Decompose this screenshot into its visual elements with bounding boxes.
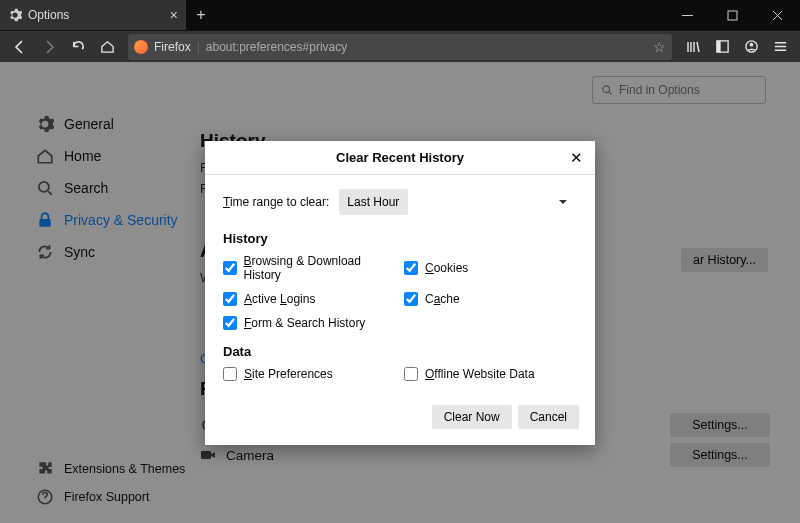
bookmark-star-icon[interactable]: ☆ (653, 39, 666, 55)
modal-overlay: Clear Recent History ✕ Time range to cle… (0, 62, 800, 523)
clear-history-dialog: Clear Recent History ✕ Time range to cle… (205, 141, 595, 445)
cancel-button[interactable]: Cancel (518, 405, 579, 429)
ck-cookies[interactable]: Cookies (404, 254, 577, 282)
url-identity: Firefox (154, 40, 191, 54)
url-text: about:preferences#privacy (206, 40, 347, 54)
close-window-button[interactable] (755, 0, 800, 30)
time-range-select[interactable]: Last Hour (339, 189, 408, 215)
svg-rect-1 (728, 11, 737, 20)
titlebar: Options × + (0, 0, 800, 30)
library-button[interactable] (679, 33, 707, 61)
back-button[interactable] (6, 33, 34, 61)
svg-rect-3 (716, 41, 720, 52)
close-icon[interactable]: × (170, 7, 178, 23)
minimize-button[interactable] (665, 0, 710, 30)
dialog-close-button[interactable]: ✕ (567, 149, 585, 167)
account-button[interactable] (737, 33, 765, 61)
clear-now-button[interactable]: Clear Now (432, 405, 512, 429)
new-tab-button[interactable]: + (186, 0, 216, 30)
sidebar-button[interactable] (708, 33, 736, 61)
reload-button[interactable] (64, 33, 92, 61)
forward-button[interactable] (35, 33, 63, 61)
ck-cache[interactable]: Cache (404, 292, 577, 306)
ck-form[interactable]: Form & Search History (223, 316, 396, 330)
dialog-title: Clear Recent History (233, 150, 567, 165)
tab-title: Options (28, 8, 69, 22)
content: General Home Search Privacy & Security S… (0, 62, 800, 523)
ck-browsing[interactable]: Browsing & Download History (223, 254, 396, 282)
tab-options[interactable]: Options × (0, 0, 186, 30)
dialog-data-heading: Data (223, 344, 577, 359)
menu-button[interactable] (766, 33, 794, 61)
url-bar[interactable]: Firefox | about:preferences#privacy ☆ (128, 34, 672, 60)
ck-logins[interactable]: Active Logins (223, 292, 396, 306)
dialog-history-heading: History (223, 231, 577, 246)
firefox-icon (134, 40, 148, 54)
gear-icon (8, 8, 22, 22)
ck-siteprefs[interactable]: Site Preferences (223, 367, 396, 381)
svg-rect-0 (682, 15, 693, 16)
time-range-label: Time range to clear: (223, 195, 329, 209)
home-button[interactable] (93, 33, 121, 61)
svg-point-5 (749, 43, 753, 47)
maximize-button[interactable] (710, 0, 755, 30)
navbar: Firefox | about:preferences#privacy ☆ (0, 30, 800, 62)
window-controls (665, 0, 800, 30)
ck-offline[interactable]: Offline Website Data (404, 367, 577, 381)
